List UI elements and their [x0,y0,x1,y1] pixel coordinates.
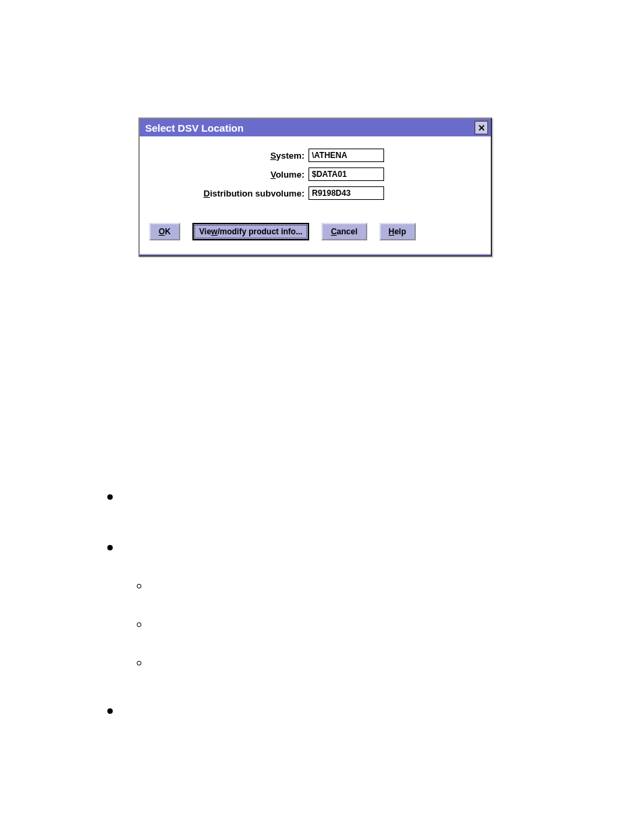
dialog-button-row: OK View/modify product info... Cancel He… [140,211,491,254]
list-item: . . . . [123,537,567,671]
close-button[interactable]: ✕ [475,121,488,134]
instruction-list: . . . . . . [108,486,567,751]
system-input[interactable] [308,149,384,162]
volume-label: Volume: [149,170,304,180]
volume-input[interactable] [308,167,384,181]
system-label: System: [149,151,304,161]
distribution-subvolume-label: Distribution subvolume: [149,188,304,199]
ok-button[interactable]: OK [149,223,180,240]
distribution-subvolume-input[interactable] [308,186,384,200]
dialog-bottom-border [140,254,491,255]
form-row-system: System: [149,149,481,162]
form-row-volume: Volume: [149,167,481,181]
list-item: . [150,578,567,594]
help-button[interactable]: Help [379,223,416,240]
dialog-titlebar: Select DSV Location ✕ [140,119,491,136]
form-row-distsv: Distribution subvolume: [149,186,481,200]
select-dsv-location-dialog: Select DSV Location ✕ System: Volume: [138,118,492,257]
list-item: . [150,617,567,632]
dialog-body: System: Volume: Distribution subvolume: [140,136,491,211]
close-icon: ✕ [478,123,485,133]
page: Select DSV Location ✕ System: Volume: [0,0,644,834]
view-modify-product-info-button[interactable]: View/modify product info... [192,223,309,240]
cancel-button[interactable]: Cancel [321,223,367,240]
list-item: . [123,700,567,721]
list-item: . [123,486,567,507]
list-item: . [150,655,567,671]
dialog-title: Select DSV Location [145,122,244,134]
